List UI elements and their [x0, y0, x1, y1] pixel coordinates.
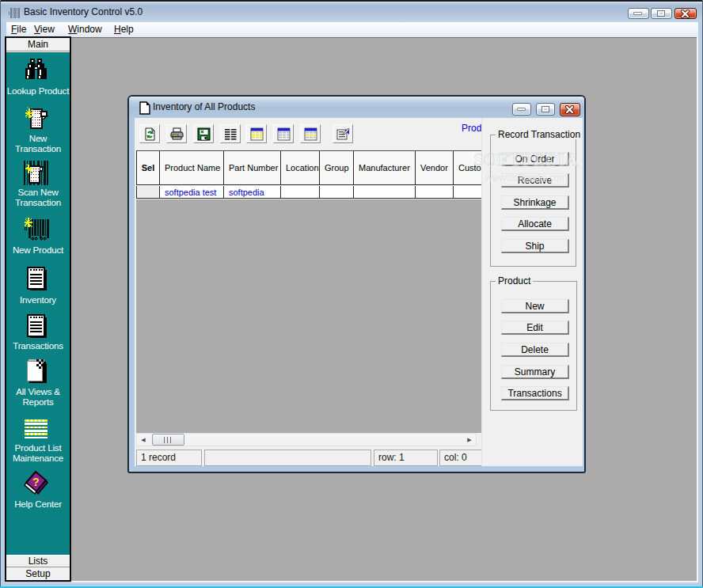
svg-text:?: ?	[32, 476, 40, 488]
